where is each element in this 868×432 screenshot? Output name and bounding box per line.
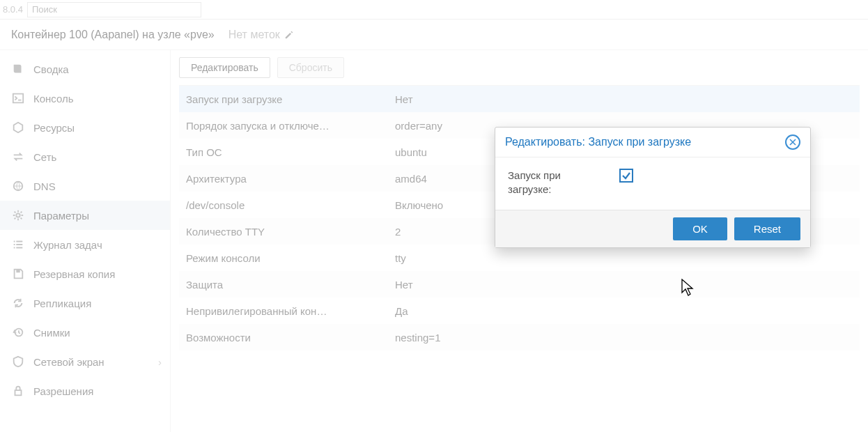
option-key: Запуск при загрузке: [179, 93, 388, 105]
app-root: 8.0.4 Поиск Контейнер 100 (Aapanel) на у…: [0, 0, 868, 432]
sidebar-item-0[interactable]: Сводка: [0, 54, 170, 84]
sidebar-item-10[interactable]: Сетевой экран›: [0, 347, 170, 376]
page-header: Контейнер 100 (Aapanel) на узле «pve» Не…: [0, 20, 868, 50]
option-key: Защита: [179, 279, 388, 291]
sidebar-item-label: Ресурсы: [33, 122, 75, 134]
refresh-icon: [11, 296, 25, 310]
sidebar-item-label: Сетевой экран: [33, 356, 104, 368]
option-row[interactable]: ЗащитаНет: [179, 271, 860, 298]
dialog-header: Редактировать: Запуск при загрузке: [495, 128, 810, 157]
close-icon[interactable]: [785, 134, 800, 150]
sidebar-item-6[interactable]: Журнал задач: [0, 230, 170, 259]
option-row[interactable]: Непривилегированный кон…Да: [179, 298, 860, 324]
option-key: Возможности: [179, 332, 388, 344]
option-value: nesting=1: [388, 332, 860, 344]
globe-icon: [11, 179, 25, 193]
save-icon: [11, 267, 25, 281]
svg-point-1: [16, 213, 20, 217]
history-icon: [11, 325, 25, 339]
sidebar-item-label: Репликация: [33, 298, 91, 309]
sidebar-item-7[interactable]: Резервная копия: [0, 259, 170, 288]
exchange-icon: [11, 150, 25, 164]
book-icon: [11, 62, 25, 76]
dialog-reset-button[interactable]: Reset: [734, 217, 800, 240]
sidebar-item-label: Параметры: [33, 210, 89, 222]
sidebar-item-label: DNS: [33, 180, 56, 192]
sidebar-item-label: Консоль: [33, 93, 74, 105]
option-key: /dev/console: [179, 199, 388, 211]
sidebar-item-3[interactable]: Сеть: [0, 142, 170, 171]
chevron-right-icon: ›: [158, 356, 162, 368]
sidebar-item-label: Резервная копия: [33, 268, 115, 280]
sidebar-item-2[interactable]: Ресурсы: [0, 113, 170, 142]
option-value: Нет: [388, 279, 860, 291]
sidebar: СводкаКонсольРесурсыСетьDNSПараметрыЖурн…: [0, 50, 171, 432]
sidebar-item-9[interactable]: Снимки: [0, 318, 170, 347]
pencil-icon: [284, 30, 294, 40]
onboot-label: Запуск при загрузке:: [508, 169, 605, 196]
edit-button[interactable]: Редактировать: [179, 57, 270, 78]
option-row[interactable]: Запуск при загрузкеНет: [179, 86, 860, 112]
sidebar-item-label: Сеть: [33, 151, 56, 163]
option-key: Непривилегированный кон…: [179, 305, 388, 317]
option-row[interactable]: Режим консолиtty: [179, 245, 860, 271]
svg-rect-4: [15, 390, 22, 395]
sidebar-item-5[interactable]: Параметры: [0, 201, 170, 230]
dialog-title: Редактировать: Запуск при загрузке: [505, 136, 785, 148]
sidebar-item-label: Снимки: [33, 327, 70, 339]
gear-icon: [11, 208, 25, 222]
list-icon: [11, 238, 25, 252]
onboot-checkbox[interactable]: [619, 169, 633, 183]
sidebar-item-1[interactable]: Консоль: [0, 84, 170, 113]
sidebar-item-4[interactable]: DNS: [0, 171, 170, 201]
shield-icon: [11, 355, 25, 369]
top-bar: 8.0.4 Поиск: [0, 0, 868, 20]
sidebar-item-label: Сводка: [33, 63, 69, 75]
sidebar-item-11[interactable]: Разрешения: [0, 376, 170, 406]
option-key: Архитектура: [179, 173, 388, 185]
option-key: Количество TTY: [179, 226, 388, 238]
sidebar-item-label: Журнал задач: [33, 239, 102, 251]
terminal-icon: [11, 91, 25, 105]
option-key: Тип ОС: [179, 146, 388, 158]
search-input[interactable]: Поиск: [27, 2, 201, 17]
edit-dialog: Редактировать: Запуск при загрузке Запус…: [495, 127, 811, 248]
option-row[interactable]: Возможностиnesting=1: [179, 324, 860, 350]
svg-rect-2: [16, 270, 20, 273]
reset-button[interactable]: Сбросить: [277, 57, 344, 78]
toolbar: Редактировать Сбросить: [179, 57, 860, 78]
option-value: Да: [388, 305, 860, 317]
tags-label[interactable]: Нет меток: [228, 29, 294, 41]
dialog-footer: OK Reset: [495, 210, 810, 247]
version-label: 8.0.4: [3, 4, 23, 15]
lock-icon: [11, 384, 25, 398]
ok-button[interactable]: OK: [673, 217, 727, 240]
option-key: Режим консоли: [179, 252, 388, 264]
option-value: tty: [388, 252, 860, 264]
option-value: Нет: [388, 93, 860, 105]
page-title: Контейнер 100 (Aapanel) на узле «pve»: [11, 29, 215, 41]
option-key: Порядок запуска и отключе…: [179, 120, 388, 132]
sidebar-item-8[interactable]: Репликация: [0, 288, 170, 318]
cube-icon: [11, 121, 25, 134]
sidebar-item-label: Разрешения: [33, 385, 93, 397]
